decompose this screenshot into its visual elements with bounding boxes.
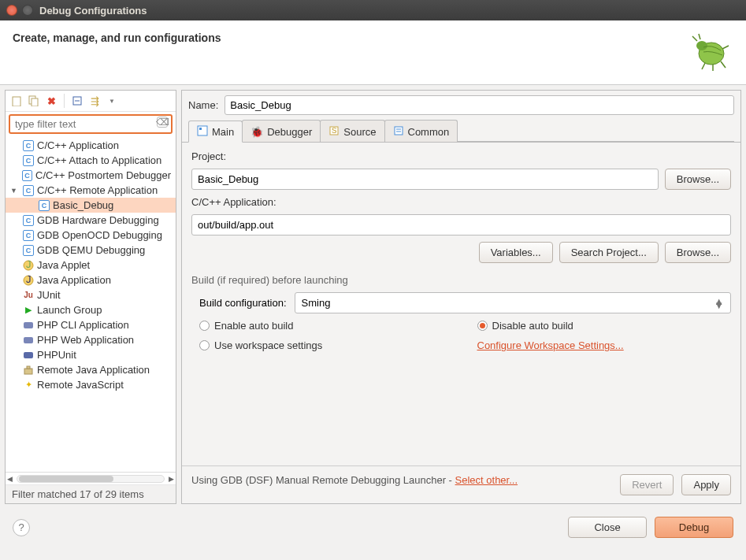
tree-item[interactable]: CGDB QEMU Debugging (6, 243, 176, 258)
variables-button[interactable]: Variables... (479, 242, 553, 263)
svg-rect-19 (24, 352, 33, 358)
svg-rect-26 (395, 127, 403, 135)
tree-item[interactable]: PHP Web Application (6, 332, 176, 347)
debug-button[interactable]: Debug (655, 517, 733, 538)
new-config-icon[interactable] (10, 95, 23, 107)
filter-input[interactable] (9, 114, 173, 134)
header-title: Create, manage, and run configurations (13, 32, 221, 44)
delete-config-icon[interactable]: ✖ (45, 95, 58, 107)
tree-item[interactable]: ▶Launch Group (6, 302, 176, 317)
apply-button[interactable]: Apply (681, 474, 731, 495)
config-form-pane: Name: Main 🐞Debugger sSource Common Proj… (181, 90, 741, 504)
tree-item[interactable]: JJava Applet (6, 258, 176, 273)
common-tab-icon (393, 125, 404, 139)
project-browse-button[interactable]: Browse... (665, 169, 731, 190)
tree-item[interactable]: Remote Java Application (6, 362, 176, 377)
bug-icon (686, 32, 733, 73)
close-button[interactable]: Close (568, 517, 647, 538)
config-tree[interactable]: CC/C++ ApplicationCC/C++ Attach to Appli… (6, 136, 176, 472)
project-input[interactable] (191, 169, 659, 190)
svg-text:J: J (26, 260, 32, 270)
collapse-all-icon[interactable] (71, 95, 84, 107)
filter-menu-icon[interactable]: ⇶ (88, 95, 101, 107)
svg-line-2 (692, 36, 697, 41)
tree-item[interactable]: CC/C++ Attach to Application (6, 153, 176, 168)
svg-text:J: J (26, 275, 32, 285)
build-section-label: Build (if required) before launching (191, 274, 731, 286)
tab-source[interactable]: sSource (320, 120, 384, 142)
help-icon[interactable]: ? (13, 519, 30, 536)
svg-line-7 (722, 46, 729, 49)
svg-text:s: s (332, 125, 337, 135)
window-close-button[interactable] (6, 5, 17, 16)
tree-item[interactable]: CGDB OpenOCD Debugging (6, 228, 176, 243)
filter-status: Filter matched 17 of 29 items (6, 484, 176, 503)
select-other-link[interactable]: Select other... (455, 474, 518, 486)
window-titlebar: Debug Configurations (0, 0, 746, 20)
tree-item[interactable]: CC/C++ Postmortem Debugger (6, 168, 176, 183)
dialog-footer: ? Close Debug (0, 509, 746, 549)
tab-debugger[interactable]: 🐞Debugger (242, 120, 321, 142)
tree-item[interactable]: JuJUnit (6, 287, 176, 302)
tree-item[interactable]: PHP CLI Application (6, 317, 176, 332)
svg-rect-20 (24, 369, 32, 374)
filter-dropdown-icon[interactable]: ▼ (106, 95, 118, 107)
tree-item[interactable]: CC/C++ Application (6, 138, 176, 153)
svg-rect-8 (13, 97, 20, 106)
main-tab-icon (197, 125, 208, 139)
app-input[interactable] (191, 214, 731, 235)
name-label: Name: (188, 99, 218, 111)
tree-toolbar: ✖ ⇶ ▼ (6, 91, 176, 112)
svg-point-1 (696, 41, 707, 50)
name-input[interactable] (225, 95, 734, 115)
tree-item[interactable]: CGDB Hardware Debugging (6, 213, 176, 228)
svg-rect-21 (27, 366, 30, 369)
window-title: Debug Configurations (39, 5, 147, 17)
project-label: Project: (191, 150, 731, 162)
clear-filter-icon[interactable]: ⌫ (157, 117, 168, 128)
tree-item[interactable]: PHPUnit (6, 347, 176, 362)
tree-item[interactable]: ✦Remote JavaScript (6, 377, 176, 392)
svg-line-4 (702, 63, 705, 69)
debugger-tab-icon: 🐞 (251, 126, 263, 138)
duplicate-config-icon[interactable] (28, 95, 40, 107)
tree-item-child[interactable]: CBasic_Debug (6, 198, 176, 213)
svg-rect-17 (24, 322, 33, 328)
radio-use-workspace[interactable]: Use workspace settings (199, 339, 454, 351)
build-config-combo[interactable]: Sming ▲▼ (295, 292, 731, 313)
radio-enable-auto-build[interactable]: Enable auto build (199, 320, 454, 332)
revert-button[interactable]: Revert (620, 474, 674, 495)
tab-bar: Main 🐞Debugger sSource Common (182, 120, 740, 143)
tree-h-scrollbar[interactable]: ◀ ▶ (6, 472, 176, 484)
app-label: C/C++ Application: (191, 196, 731, 208)
svg-rect-23 (199, 128, 202, 130)
svg-rect-18 (24, 337, 33, 343)
tree-item[interactable]: JJava Application (6, 273, 176, 287)
tab-main[interactable]: Main (188, 121, 243, 143)
combo-arrows-icon: ▲▼ (714, 299, 724, 307)
source-tab-icon: s (328, 125, 340, 139)
svg-rect-22 (198, 126, 207, 135)
config-tree-pane: ✖ ⇶ ▼ ⌫ CC/C++ ApplicationCC/C++ Attach … (5, 90, 176, 504)
svg-rect-10 (32, 98, 38, 106)
dialog-header: Create, manage, and run configurations (0, 20, 746, 85)
tab-common[interactable]: Common (384, 120, 458, 142)
window-minimize-button[interactable] (22, 5, 33, 16)
launcher-text: Using GDB (DSF) Manual Remote Debugging … (191, 474, 518, 486)
svg-line-3 (699, 34, 700, 39)
svg-line-6 (721, 61, 726, 68)
app-browse-button[interactable]: Browse... (665, 242, 731, 263)
configure-workspace-link[interactable]: Configure Workspace Settings... (477, 339, 624, 351)
radio-disable-auto-build[interactable]: Disable auto build (477, 320, 732, 332)
search-project-button[interactable]: Search Project... (559, 242, 659, 263)
tree-item[interactable]: ▼CC/C++ Remote Application (6, 183, 176, 198)
build-config-label: Build configuration: (199, 297, 287, 309)
